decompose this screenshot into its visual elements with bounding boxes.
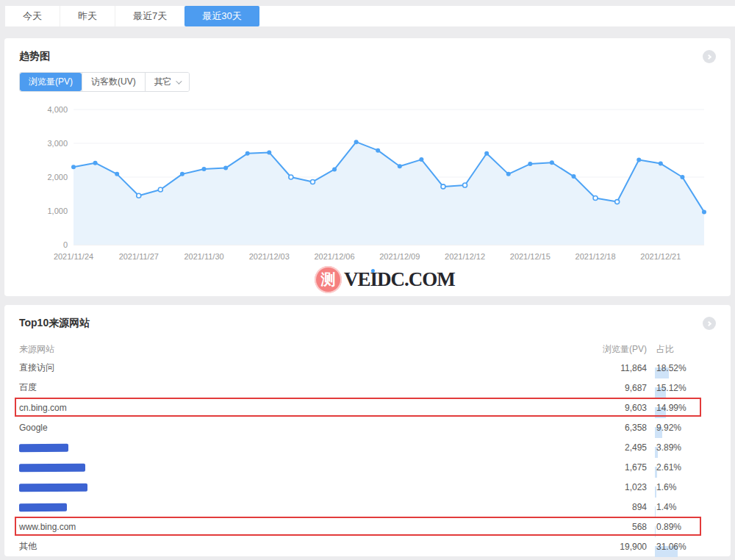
- redaction-block: [19, 503, 67, 511]
- svg-text:4,000: 4,000: [47, 105, 68, 114]
- ratio-value: 0.89%: [656, 522, 681, 532]
- watermark-accent-dot: [371, 269, 375, 273]
- svg-text:2021/12/18: 2021/12/18: [576, 252, 616, 261]
- ratio-value: 1.4%: [656, 502, 676, 512]
- pv-value: 568: [566, 522, 647, 532]
- table-row: 其他 19,900 31.06%: [19, 536, 697, 556]
- ratio-value: 31.06%: [656, 542, 686, 552]
- sources-table-body: 直接访问 11,864 18.52% 百度 9,687 15.12% cn.bi…: [19, 358, 716, 556]
- sources-expand-button[interactable]: [703, 317, 716, 330]
- svg-text:2,000: 2,000: [47, 173, 68, 182]
- top-sources-card: Top10来源网站 来源网站 浏览量(PV) 占比 直接访问 11,864 18…: [4, 305, 731, 556]
- svg-text:2021/11/24: 2021/11/24: [54, 252, 93, 261]
- source-name: cn.bing.com: [19, 403, 67, 413]
- tab-today-label: 今天: [23, 10, 42, 23]
- ratio-value: 1.6%: [656, 482, 676, 492]
- svg-text:2021/12/12: 2021/12/12: [445, 252, 485, 261]
- table-row: 百度 9,687 15.12%: [19, 378, 697, 398]
- source-name: 百度: [19, 382, 37, 392]
- tab-last7days[interactable]: 最近7天: [115, 6, 184, 26]
- chevron-down-icon: [176, 78, 182, 84]
- pv-value: 1,675: [566, 462, 647, 473]
- tab-yesterday-label: 昨天: [78, 10, 97, 23]
- site-watermark: 测 VEIDC.COM: [315, 265, 455, 294]
- watermark-badge-icon: 测: [315, 266, 342, 293]
- svg-text:2021/12/15: 2021/12/15: [510, 252, 551, 261]
- trend-expand-button[interactable]: [703, 50, 716, 63]
- redaction-block: [19, 464, 85, 473]
- svg-text:2021/11/27: 2021/11/27: [119, 252, 159, 261]
- sources-card-header: Top10来源网站: [19, 317, 716, 330]
- tab-today[interactable]: 今天: [5, 6, 60, 26]
- table-row: 2,495 3.89%: [19, 437, 697, 457]
- table-row: 894 1.4%: [19, 497, 697, 517]
- ratio-value: 14.99%: [656, 403, 686, 413]
- col-header-ratio: 占比: [656, 343, 697, 356]
- table-row: cn.bing.com 9,603 14.99%: [19, 398, 697, 417]
- tab-visitors-uv[interactable]: 访客数(UV): [82, 73, 145, 91]
- chevron-right-icon: [706, 320, 711, 326]
- pv-value: 1,023: [566, 482, 647, 492]
- source-name: 其他: [19, 541, 37, 551]
- tab-uv-label: 访客数(UV): [91, 76, 136, 88]
- svg-text:1,000: 1,000: [47, 207, 68, 215]
- ratio-value: 9.92%: [656, 423, 681, 433]
- svg-text:0: 0: [63, 240, 68, 249]
- table-row: 1,675 2.61%: [19, 457, 697, 477]
- tab-last7days-label: 最近7天: [133, 10, 167, 23]
- watermark-brand-text: VEIDC.COM: [344, 268, 455, 291]
- pv-trend-line-chart: 01,0002,0003,0004,0002021/11/242021/11/2…: [19, 102, 716, 265]
- trend-card-header: 趋势图: [19, 50, 716, 63]
- tab-pageviews-pv[interactable]: 浏览量(PV): [20, 73, 82, 91]
- ratio-value: 2.61%: [656, 462, 681, 473]
- tab-last30days[interactable]: 最近30天: [184, 6, 259, 26]
- svg-text:2021/12/21: 2021/12/21: [640, 252, 681, 261]
- watermark-brand-label: VEIDC.COM: [344, 268, 455, 290]
- pv-value: 11,864: [566, 363, 647, 373]
- table-row: 直接访问 11,864 18.52%: [19, 358, 697, 378]
- pv-value: 2,495: [566, 442, 647, 453]
- svg-text:2021/12/06: 2021/12/06: [315, 252, 355, 261]
- svg-text:2021/12/03: 2021/12/03: [249, 252, 290, 261]
- source-name: www.bing.com: [19, 522, 76, 532]
- ratio-bar: [655, 526, 656, 537]
- trend-card: 趋势图 浏览量(PV) 访客数(UV) 其它 01,0002,0003,0004…: [4, 38, 731, 296]
- svg-text:2021/12/09: 2021/12/09: [379, 252, 420, 261]
- redaction-block: [19, 484, 87, 492]
- chevron-right-icon: [706, 54, 711, 59]
- pv-value: 6,358: [566, 423, 647, 433]
- redaction-block: [19, 444, 68, 452]
- source-name: 直接访问: [19, 362, 54, 373]
- tab-last30days-label: 最近30天: [202, 10, 241, 23]
- trend-title: 趋势图: [19, 50, 50, 63]
- table-row: Google 6,358 9.92%: [19, 417, 697, 437]
- ratio-value: 3.89%: [656, 442, 681, 453]
- ratio-value: 15.12%: [656, 383, 686, 393]
- pv-value: 9,687: [566, 383, 647, 393]
- sources-title: Top10来源网站: [19, 317, 90, 330]
- pv-value: 9,603: [566, 403, 647, 413]
- analytics-page: 今天 昨天 最近7天 最近30天 趋势图 浏览量(PV) 访客数(UV) 其它 …: [0, 0, 735, 560]
- metric-tabbar: 浏览量(PV) 访客数(UV) 其它: [19, 72, 190, 92]
- date-range-tabbar: 今天 昨天 最近7天 最近30天: [5, 6, 735, 26]
- svg-text:2021/11/30: 2021/11/30: [184, 252, 223, 261]
- col-header-source: 来源网站: [19, 343, 566, 356]
- svg-text:3,000: 3,000: [47, 139, 68, 148]
- col-header-pv: 浏览量(PV): [566, 343, 647, 356]
- ratio-bar: [655, 506, 656, 517]
- tab-other-dropdown[interactable]: 其它: [145, 73, 189, 91]
- pv-value: 894: [566, 502, 647, 512]
- table-row: www.bing.com 568 0.89%: [19, 517, 697, 536]
- ratio-value: 18.52%: [656, 363, 686, 373]
- source-name: Google: [19, 423, 48, 433]
- tab-yesterday[interactable]: 昨天: [60, 6, 115, 26]
- tab-other-label: 其它: [154, 76, 172, 88]
- tab-pv-label: 浏览量(PV): [29, 76, 73, 88]
- table-row: 1,023 1.6%: [19, 477, 697, 497]
- pv-value: 19,900: [566, 542, 647, 552]
- sources-table-header: 来源网站 浏览量(PV) 占比: [19, 340, 697, 358]
